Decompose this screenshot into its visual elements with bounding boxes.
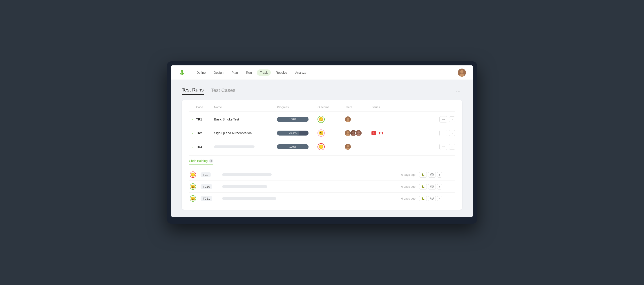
tr1-dots-button[interactable]: ··· (440, 116, 447, 122)
avatar (355, 130, 362, 136)
nav-define[interactable]: Define (194, 70, 209, 76)
svg-rect-1 (182, 72, 183, 75)
svg-point-8 (347, 118, 349, 120)
tr3-users (344, 144, 372, 150)
tc10-bug-button[interactable]: 🐛 (419, 184, 427, 190)
sub-tab-count-badge: 3 (209, 159, 214, 162)
tr1-actions: ··· › (428, 116, 455, 122)
table-row: ⌵ TR3 100% 😞 (189, 140, 455, 154)
sub-tab-label: Chris Balding (189, 159, 208, 163)
progress-label-tr1: 100% (290, 118, 296, 121)
page-tabs: Test Runs Test Cases ⋯ (182, 87, 462, 95)
table-row: › TR1 Basic Smoke Test 100% 😊 (189, 112, 455, 126)
table-header: Code Name Progress Outcome Users Issues (189, 106, 455, 112)
tr2-code: TR2 (196, 131, 214, 135)
tc10-name (222, 185, 390, 188)
tc11-actions: 🐛 💬 › (419, 196, 455, 202)
svg-rect-2 (180, 72, 182, 74)
tc10-comment-button[interactable]: 💬 (428, 184, 436, 190)
svg-point-0 (181, 70, 183, 72)
progress-label-tr2: 70.4% (289, 132, 296, 135)
tr2-actions: ··· › (428, 130, 455, 136)
nav-analyze[interactable]: Analyze (292, 70, 310, 76)
row-expand-tr3[interactable]: ⌵ (189, 145, 196, 148)
sub-row: 😞 TC9 6 days ago 🐛 💬 › (189, 169, 455, 181)
avatar (344, 144, 351, 150)
tc9-name (222, 173, 390, 176)
col-expand (189, 106, 196, 109)
tr2-name: Sign-up and Authentication (214, 131, 277, 135)
outcome-sad-icon: 😞 (318, 143, 325, 150)
tr3-outcome: 😞 (318, 143, 344, 150)
tc11-code: TC11 (200, 196, 218, 200)
issue-count-badge: 1 (372, 131, 376, 135)
main-card: Code Name Progress Outcome Users Issues … (182, 100, 462, 210)
tr3-name (214, 146, 277, 148)
sub-row: 😊 TC10 6 days ago 🐛 💬 › (189, 181, 455, 192)
name-placeholder (222, 173, 272, 176)
col-issues: Issues (372, 106, 428, 109)
nav-design[interactable]: Design (210, 70, 227, 76)
avatar (344, 116, 351, 123)
svg-point-14 (352, 131, 354, 134)
row-expand-tr2[interactable]: › (189, 131, 196, 135)
tr2-dots-button[interactable]: ··· (440, 130, 447, 136)
tab-test-cases[interactable]: Test Cases (211, 88, 236, 95)
progress-bar-tr1: 100% (277, 117, 308, 122)
tc11-bug-button[interactable]: 🐛 (419, 196, 427, 202)
tr2-arrow-button[interactable]: › (449, 130, 455, 136)
app-logo (178, 68, 186, 77)
tr2-issues: 1 ⬆⬆ (372, 131, 428, 135)
tc9-comment-button[interactable]: 💬 (428, 172, 436, 178)
sub-row: 😊 TC11 6 days ago 🐛 💬 › (189, 192, 455, 204)
tr3-code: TR3 (196, 145, 214, 148)
tr1-progress: 100% (277, 117, 318, 122)
tr3-progress: 100% (277, 144, 318, 149)
more-options-button[interactable]: ⋯ (454, 88, 462, 95)
chevron-right-icon: › (192, 118, 193, 121)
tab-test-runs[interactable]: Test Runs (182, 87, 204, 95)
row-expand-tr1[interactable]: › (189, 118, 196, 121)
tc11-outcome: 😊 (189, 195, 197, 202)
nav-plan[interactable]: Plan (228, 70, 241, 76)
sub-tab-chris-balding[interactable]: Chris Balding 3 (189, 159, 214, 165)
col-name: Name (214, 106, 277, 109)
table-row: › TR2 Sign-up and Authentication 70.4% 😐 (189, 126, 455, 140)
user-avatar-nav[interactable] (458, 68, 466, 77)
tc9-outcome: 😞 (189, 172, 197, 178)
nav-links: Define Design Plan Run Track Resolve Ana… (194, 70, 458, 76)
tr3-arrow-button[interactable]: › (449, 144, 455, 150)
tc11-comment-button[interactable]: 💬 (428, 196, 436, 202)
tr1-arrow-button[interactable]: › (449, 116, 455, 122)
nav-run[interactable]: Run (243, 70, 255, 76)
tc11-arrow-button[interactable]: › (437, 196, 442, 202)
tr3-dots-button[interactable]: ··· (440, 144, 447, 150)
col-users: Users (344, 106, 372, 109)
laptop-frame: Define Design Plan Run Track Resolve Ana… (167, 61, 477, 224)
tc9-bug-button[interactable]: 🐛 (419, 172, 427, 178)
nav-resolve[interactable]: Resolve (272, 70, 290, 76)
tc9-arrow-button[interactable]: › (437, 172, 442, 178)
chevron-down-icon: ⌵ (192, 145, 194, 148)
tc10-outcome: 😊 (189, 184, 197, 190)
outcome-sad-icon: 😞 (190, 172, 196, 178)
outcome-happy-icon: 😊 (190, 184, 196, 190)
svg-point-5 (460, 70, 464, 73)
sub-tabs: Chris Balding 3 (189, 159, 455, 165)
outcome-happy-icon: 😊 (190, 195, 196, 202)
tr1-code: TR1 (196, 118, 214, 121)
tc10-arrow-button[interactable]: › (437, 184, 442, 190)
nav-track[interactable]: Track (257, 70, 271, 76)
tr1-users (344, 116, 372, 123)
name-placeholder (222, 185, 267, 188)
col-code: Code (196, 106, 214, 109)
outcome-happy-icon: 😊 (318, 116, 325, 123)
tc9-code: TC9 (200, 172, 218, 177)
col-actions (428, 106, 455, 109)
name-placeholder (222, 197, 276, 200)
tc11-time: 6 days ago (393, 197, 416, 200)
priority-icon: ⬆⬆ (378, 131, 384, 135)
tr2-outcome: 😐 (318, 130, 344, 137)
progress-bar-tr3: 100% (277, 144, 308, 149)
tr1-outcome: 😊 (318, 116, 344, 123)
